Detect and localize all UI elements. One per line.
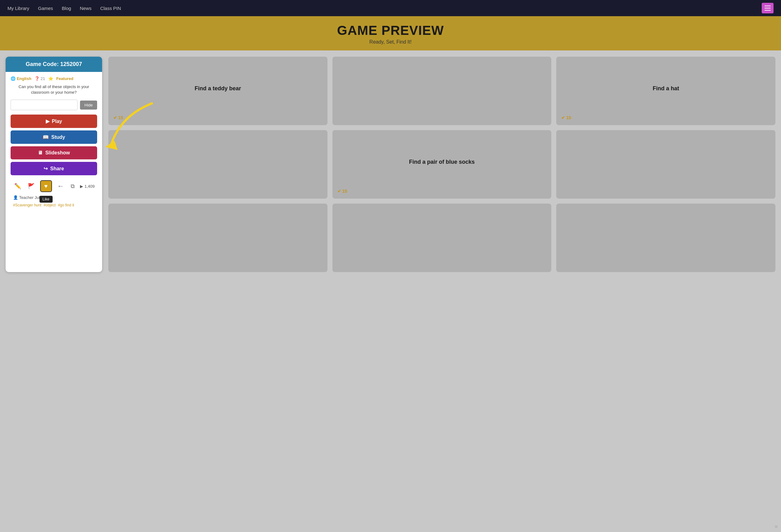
card-5: Find a pair of blue socks ✔ 15 <box>332 130 551 199</box>
hamburger-line-2 <box>765 8 771 8</box>
sidebar-card: Game Code: 1252007 🌐 English ❓ 21 ⭐ Feat… <box>6 57 102 272</box>
cards-grid: Find a teddy bear ✔ 15 Find a hat ✔ 15 F… <box>102 57 775 272</box>
watermark: ⌘ <box>775 525 778 529</box>
back-arrow-icon: ← <box>57 182 64 190</box>
card-8-text <box>337 209 547 267</box>
like-tooltip: Like <box>40 196 53 203</box>
slideshow-icon: 🖥 <box>38 150 43 156</box>
check-icon-5: ✔ <box>337 189 341 194</box>
page-subtitle: Ready, Set, Find It! <box>0 39 781 45</box>
card-6 <box>556 130 775 199</box>
header-banner: Game Preview Ready, Set, Find It! <box>0 16 781 50</box>
featured-label: Featured <box>56 76 74 81</box>
navbar: My Library Games Blog News Class PIN <box>0 0 781 16</box>
edit-button[interactable]: ✏️ <box>13 181 23 191</box>
card-2-text <box>337 62 547 120</box>
card-5-text: Find a pair of blue socks <box>337 135 547 189</box>
slideshow-button[interactable]: 🖥 Slideshow <box>10 146 97 159</box>
like-button[interactable]: ♥ <box>40 180 52 192</box>
language-icon: 🌐 <box>10 76 15 81</box>
author-icon: 👤 <box>13 195 18 200</box>
study-button[interactable]: 📖 Study <box>10 130 97 144</box>
play-count: ▶ 1,409 <box>80 184 95 189</box>
copy-button[interactable]: ⧉ <box>70 182 76 191</box>
back-arrow-button[interactable]: ← <box>56 181 66 192</box>
hamburger-menu-button[interactable] <box>762 3 774 13</box>
icon-row: ✏️ 🚩 ♥ Like ← ⧉ ▶ <box>10 178 97 194</box>
card-7-text <box>113 209 323 267</box>
hamburger-line-1 <box>765 6 771 6</box>
meta-row: 🌐 English ❓ 21 ⭐ Featured <box>10 76 97 81</box>
nav-news[interactable]: News <box>80 6 91 11</box>
play-icon: ▶ <box>46 118 49 124</box>
tags-row: #Scavenger hunt #object #go find it <box>10 202 97 211</box>
question-icon: ❓ <box>35 76 40 81</box>
play-button[interactable]: ▶ Play <box>10 115 97 128</box>
card-body: 🌐 English ❓ 21 ⭐ Featured Can you find a… <box>6 72 102 215</box>
card-2 <box>332 57 551 125</box>
pin-row: Hide <box>10 99 97 110</box>
nav-blog[interactable]: Blog <box>61 6 71 11</box>
annotation-arrow-svg <box>96 97 164 166</box>
game-code-header: Game Code: 1252007 <box>6 57 102 72</box>
card-9 <box>556 204 775 272</box>
page-title: Game Preview <box>0 23 781 38</box>
nav-games[interactable]: Games <box>38 6 53 11</box>
pin-input[interactable] <box>10 99 78 110</box>
flag-button[interactable]: 🚩 <box>27 181 36 191</box>
study-icon: 📖 <box>43 134 49 140</box>
edit-icon: ✏️ <box>14 183 21 189</box>
card-3: Find a hat ✔ 15 <box>556 57 775 125</box>
tag-go-find-it[interactable]: #go find it <box>58 203 74 207</box>
nav-my-library[interactable]: My Library <box>7 6 29 11</box>
tag-object[interactable]: #object <box>44 203 56 207</box>
nav-class-pin[interactable]: Class PIN <box>100 6 121 11</box>
play-count-icon: ▶ <box>80 184 83 189</box>
heart-icon: ♥ <box>44 183 48 190</box>
share-button[interactable]: ↪ Share <box>10 162 97 175</box>
tag-scavenger-hunt[interactable]: #Scavenger hunt <box>13 203 41 207</box>
like-button-wrapper: ♥ Like <box>40 180 52 192</box>
copy-icon: ⧉ <box>71 183 75 189</box>
language-label: 🌐 English <box>10 76 32 81</box>
author-row: 👤 Teacher Juliana <box>10 194 97 202</box>
card-9-text <box>561 209 771 267</box>
card-8 <box>332 204 551 272</box>
card-5-count: ✔ 15 <box>337 189 547 194</box>
game-code-label: Game Code: 1252007 <box>26 61 82 67</box>
card-6-text <box>561 135 771 194</box>
navbar-links: My Library Games Blog News Class PIN <box>7 6 121 11</box>
card-3-count: ✔ 15 <box>561 115 771 120</box>
description-text: Can you find all of these objects in you… <box>10 84 97 95</box>
card-3-text: Find a hat <box>561 62 771 115</box>
share-icon: ↪ <box>44 166 48 171</box>
main-content: Game Code: 1252007 🌐 English ❓ 21 ⭐ Feat… <box>0 50 781 278</box>
hide-button[interactable]: Hide <box>80 100 97 110</box>
flag-icon: 🚩 <box>28 183 35 189</box>
check-icon-3: ✔ <box>561 115 565 120</box>
question-count: ❓ 21 <box>35 76 45 81</box>
card-7 <box>108 204 327 272</box>
hamburger-line-3 <box>765 10 771 10</box>
star-icon: ⭐ <box>48 76 53 81</box>
